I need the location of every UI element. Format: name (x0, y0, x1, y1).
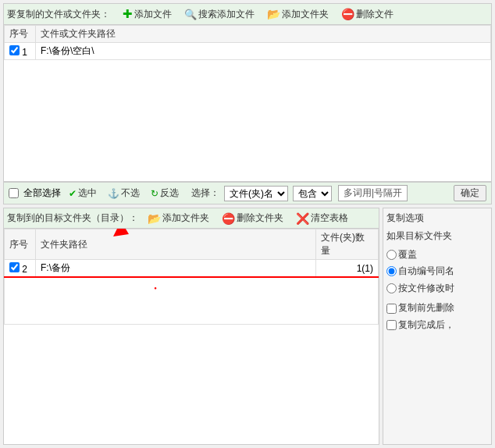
delete-file-label: 删除文件 (356, 8, 394, 21)
bydate-option: 按文件修改时 (386, 280, 488, 297)
select-icon: ✔ (69, 188, 77, 199)
col-header-num: 序号 (5, 26, 36, 43)
filter-label: 选择： (191, 187, 219, 200)
overwrite-radio[interactable] (386, 250, 397, 260)
red-dot: ● (154, 286, 157, 290)
autonumber-label: 自动编号同名 (398, 263, 454, 280)
search-add-file-button[interactable]: 🔍 搜索添加文件 (181, 7, 258, 22)
overwrite-option: 覆盖 (386, 247, 488, 264)
search-icon: 🔍 (184, 9, 197, 20)
dest-add-folder-icon: 📂 (148, 212, 161, 225)
dest-delete-folder-button[interactable]: ⛔ 删除文件夹 (219, 211, 287, 226)
select-all-checkbox[interactable] (9, 188, 19, 198)
clear-table-label: 清空表格 (311, 212, 348, 225)
add-file-icon: ✚ (123, 7, 133, 21)
row-num-cell: 1 (5, 43, 36, 60)
filter-bar: 全部选择 ✔ 选中 ⚓ 不选 ↻ 反选 选择： 文件(夹)名 路径 扩展名 包含… (3, 182, 492, 204)
bydate-radio[interactable] (386, 283, 397, 293)
invert-icon: ↻ (151, 188, 158, 199)
multi-word-button[interactable]: 多词用|号隔开 (338, 185, 408, 201)
if-exists-label: 如果目标文件夹 (386, 228, 488, 245)
confirm-button[interactable]: 确定 (454, 185, 486, 201)
col-header-path: 文件或文件夹路径 (36, 26, 491, 43)
delete-file-icon: ⛔ (341, 8, 354, 20)
clear-table-button[interactable]: ❌ 清空表格 (293, 211, 351, 226)
invert-label: 反选 (160, 187, 179, 200)
dest-label: 复制到的目标文件夹（目录）： (7, 212, 138, 225)
autonumber-radio[interactable] (386, 266, 397, 276)
top-file-list: 序号 文件或文件夹路径 1 F:\备份\空白\ (4, 25, 491, 181)
deselect-icon: ⚓ (108, 188, 119, 199)
pre-delete-checkbox[interactable] (386, 304, 397, 314)
filter-type-select[interactable]: 文件(夹)名 路径 扩展名 (224, 186, 288, 201)
copy-options-title: 复制选项 (386, 212, 488, 225)
dest-row-path-cell: F:\备份 (36, 260, 316, 278)
row-path-cell: F:\备份\空白\ (36, 43, 491, 60)
dest-toolbar: 复制到的目标文件夹（目录）： 📂 添加文件夹 ⛔ 删除文件夹 ❌ 清空表格 (3, 208, 379, 228)
table-row: 1 F:\备份\空白\ (5, 43, 491, 60)
add-folder-button[interactable]: 📂 添加文件夹 (264, 7, 332, 22)
post-copy-label: 复制完成后， (398, 317, 454, 334)
empty-row: ● (5, 277, 379, 324)
autonumber-option: 自动编号同名 (386, 263, 488, 280)
top-file-table: 序号 文件或文件夹路径 1 F:\备份\空白\ (4, 25, 491, 60)
delete-file-button[interactable]: ⛔ 删除文件 (338, 7, 397, 22)
dest-delete-folder-label: 删除文件夹 (237, 212, 283, 225)
invert-select-button[interactable]: ↻ 反选 (148, 186, 182, 201)
deselect-label: 不选 (121, 187, 140, 200)
dest-add-folder-button[interactable]: 📂 添加文件夹 (144, 211, 212, 226)
dest-row-num: 2 (22, 264, 27, 275)
top-toolbar: 要复制的文件或文件夹： ✚ 添加文件 🔍 搜索添加文件 📂 添加文件夹 ⛔ 删除… (4, 4, 491, 25)
post-copy-checkbox[interactable] (386, 320, 397, 330)
dest-row-num-cell: 2 (5, 260, 36, 278)
deselect-button[interactable]: ⚓ 不选 (105, 186, 143, 201)
dest-col-path: 文件夹路径 (36, 229, 316, 260)
bydate-label: 按文件修改时 (398, 280, 454, 297)
add-folder-icon: 📂 (267, 8, 280, 20)
clear-table-icon: ❌ (296, 212, 309, 225)
add-folder-label: 添加文件夹 (282, 8, 329, 21)
search-add-label: 搜索添加文件 (198, 8, 255, 21)
filter-condition-select[interactable]: 包含 等于 开头 结尾 (293, 186, 332, 201)
top-section-label: 要复制的文件或文件夹： (7, 8, 110, 21)
dest-col-num: 序号 (5, 229, 36, 260)
copy-options-body: 如果目标文件夹 覆盖 自动编号同名 按文件修改时 复制前先删除 (386, 228, 488, 334)
dest-add-folder-label: 添加文件夹 (162, 212, 209, 225)
copy-options-panel: 复制选项 如果目标文件夹 覆盖 自动编号同名 按文件修改时 (383, 208, 492, 445)
dest-table-container: 序号 文件夹路径 文件(夹)数量 2 F:\备份 1(1) (3, 228, 379, 445)
add-file-button[interactable]: ✚ 添加文件 (119, 6, 175, 22)
post-copy-option: 复制完成后， (386, 317, 488, 334)
select-button[interactable]: ✔ 选中 (66, 186, 100, 201)
select-all-label: 全部选择 (23, 187, 61, 200)
pre-delete-label: 复制前先删除 (398, 300, 454, 317)
bottom-left-panel: 复制到的目标文件夹（目录）： 📂 添加文件夹 ⛔ 删除文件夹 ❌ 清空表格 (3, 208, 379, 445)
add-file-label: 添加文件 (134, 8, 172, 21)
row-num: 1 (22, 47, 27, 58)
dest-row-count-cell: 1(1) (316, 260, 379, 278)
select-label: 选中 (78, 187, 97, 200)
overwrite-label: 覆盖 (398, 247, 417, 264)
dest-row-checkbox[interactable] (9, 262, 20, 272)
dest-col-count: 文件(夹)数量 (316, 229, 379, 260)
dest-delete-folder-icon: ⛔ (222, 212, 235, 225)
row-checkbox[interactable] (9, 45, 20, 55)
pre-delete-option: 复制前先删除 (386, 300, 488, 317)
dest-table: 序号 文件夹路径 文件(夹)数量 2 F:\备份 1(1) (4, 229, 379, 325)
dest-table-row: 2 F:\备份 1(1) (5, 260, 379, 278)
